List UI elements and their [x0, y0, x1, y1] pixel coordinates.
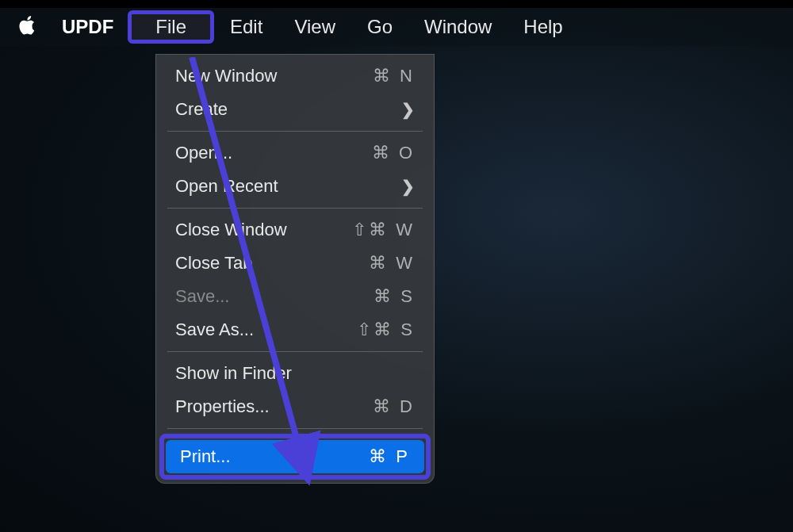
- menu-item-shortcut: ⌘ W: [369, 253, 415, 274]
- menu-help[interactable]: Help: [508, 11, 578, 43]
- menu-show-in-finder[interactable]: Show in Finder: [161, 357, 429, 390]
- window-top-strip: [0, 0, 793, 8]
- print-annotation-box: Print... ⌘ P: [159, 434, 431, 480]
- menu-item-shortcut: ⇧⌘ W: [352, 220, 415, 240]
- menu-view[interactable]: View: [278, 11, 351, 43]
- apple-logo-icon: [17, 15, 38, 39]
- chevron-right-icon: ❯: [401, 177, 415, 196]
- menu-save: Save... ⌘ S: [161, 280, 429, 313]
- menu-item-label: Show in Finder: [175, 363, 415, 384]
- menu-item-shortcut: ⇧⌘ S: [357, 320, 415, 340]
- menu-item-shortcut: ⌘ P: [369, 446, 410, 467]
- menu-item-label: Create: [175, 99, 401, 120]
- menu-separator: [167, 131, 423, 132]
- file-dropdown: New Window ⌘ N Create ❯ Open... ⌘ O Open…: [155, 54, 435, 484]
- menu-new-window[interactable]: New Window ⌘ N: [161, 59, 429, 93]
- menu-create[interactable]: Create ❯: [161, 93, 429, 126]
- menu-open-recent[interactable]: Open Recent ❯: [161, 170, 429, 203]
- menu-go[interactable]: Go: [351, 11, 408, 43]
- chevron-right-icon: ❯: [401, 100, 415, 119]
- menu-open[interactable]: Open... ⌘ O: [161, 136, 429, 170]
- menu-item-label: New Window: [175, 66, 373, 86]
- menu-close-window[interactable]: Close Window ⇧⌘ W: [161, 213, 429, 247]
- menu-print[interactable]: Print... ⌘ P: [166, 440, 424, 473]
- menu-item-label: Open...: [175, 143, 372, 163]
- menu-close-tab[interactable]: Close Tab ⌘ W: [161, 247, 429, 280]
- menu-save-as[interactable]: Save As... ⇧⌘ S: [161, 313, 429, 346]
- menu-item-label: Open Recent: [175, 176, 401, 197]
- menu-item-label: Print...: [180, 446, 369, 467]
- menu-file[interactable]: File: [128, 10, 214, 44]
- menubar: UPDF File Edit View Go Window Help: [0, 8, 793, 46]
- menu-item-shortcut: ⌘ O: [372, 143, 415, 163]
- menu-item-shortcut: ⌘ N: [373, 66, 415, 86]
- menu-separator: [167, 428, 423, 429]
- menu-item-label: Save...: [175, 286, 374, 307]
- menu-item-label: Close Window: [175, 220, 352, 240]
- menu-item-label: Close Tab: [175, 253, 369, 274]
- app-name: UPDF: [48, 16, 128, 38]
- menu-window[interactable]: Window: [408, 11, 508, 43]
- menu-item-label: Properties...: [175, 396, 373, 417]
- menu-item-shortcut: ⌘ D: [373, 396, 415, 417]
- menu-separator: [167, 351, 423, 352]
- menu-item-label: Save As...: [175, 320, 357, 340]
- menu-item-shortcut: ⌘ S: [374, 286, 415, 307]
- menu-edit[interactable]: Edit: [214, 11, 278, 43]
- menu-properties[interactable]: Properties... ⌘ D: [161, 390, 429, 423]
- menu-separator: [167, 208, 423, 209]
- apple-menu[interactable]: [8, 15, 48, 39]
